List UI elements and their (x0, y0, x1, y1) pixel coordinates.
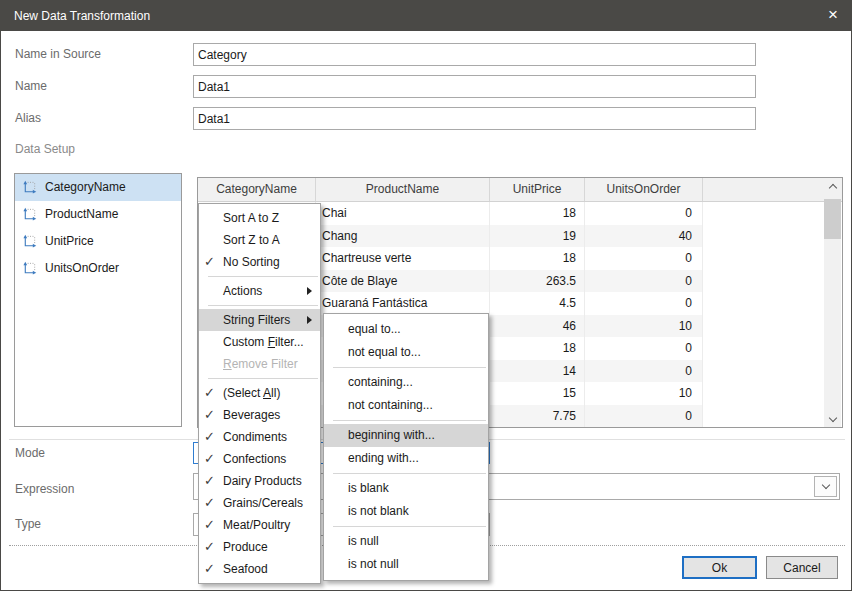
menu-item-sort-a-to-z[interactable]: Sort A to Z (199, 207, 320, 229)
menu-item-label: Beverages (223, 408, 280, 422)
grid-cell: 0 (585, 292, 703, 315)
menu-item-containing[interactable]: containing... (324, 371, 488, 394)
grid-cell: 0 (585, 360, 703, 383)
grid-cell: Chartreuse verte (316, 247, 490, 270)
menu-item-label: containing... (348, 375, 413, 389)
menu-item-label: Custom Filter... (223, 335, 304, 349)
grid-cell: 46 (490, 315, 585, 338)
checkmark-icon: ✓ (204, 382, 220, 404)
menu-item-equal-to[interactable]: equal to... (324, 318, 488, 341)
name-input[interactable] (193, 75, 756, 98)
menu-item-label: No Sorting (223, 255, 280, 269)
menu-item-beverages[interactable]: ✓Beverages (199, 404, 320, 426)
alias-label: Alias (15, 111, 41, 125)
menu-item-condiments[interactable]: ✓Condiments (199, 426, 320, 448)
field-list-item-categoryname[interactable]: CategoryName (15, 174, 181, 201)
type-label: Type (15, 517, 41, 531)
menu-item-label: is null (348, 534, 379, 548)
menu-item-label: Seafood (223, 562, 268, 576)
menu-item-label: Dairy Products (223, 474, 302, 488)
scroll-up-icon[interactable] (824, 178, 841, 195)
menu-item-label: Remove Filter (223, 357, 298, 371)
grid-cell: 18 (490, 202, 585, 225)
grid-vertical-scrollbar[interactable] (824, 178, 841, 427)
grid-cell: 0 (585, 337, 703, 360)
menu-item-label: Meat/Poultry (223, 518, 290, 532)
ok-button[interactable]: Ok (682, 556, 757, 579)
column-header-categoryname[interactable]: CategoryName (198, 178, 316, 201)
expression-dropdown-button[interactable] (814, 476, 837, 497)
menu-item-label: Condiments (223, 430, 287, 444)
new-data-transformation-dialog: New Data Transformation × Name in Source… (0, 0, 852, 591)
submenu-arrow-icon (307, 316, 312, 324)
menu-item-label: Produce (223, 540, 268, 554)
checkmark-icon: ✓ (204, 426, 220, 448)
menu-item-label: is not blank (348, 504, 409, 518)
field-list-item-label: ProductName (45, 207, 118, 221)
dialog-title: New Data Transformation (14, 1, 150, 31)
grid-cell: 0 (585, 202, 703, 225)
menu-item-label: Grains/Cereals (223, 496, 303, 510)
menu-item-label: is not null (348, 557, 399, 571)
grid-cell: Chai (316, 202, 490, 225)
column-header-unitprice[interactable]: UnitPrice (490, 178, 585, 201)
menu-item-confections[interactable]: ✓Confections (199, 448, 320, 470)
menu-item-label: Confections (223, 452, 286, 466)
name-in-source-label: Name in Source (15, 47, 101, 61)
menu-item-actions[interactable]: Actions (199, 280, 320, 302)
menu-item-select-all[interactable]: ✓(Select All) (199, 382, 320, 404)
field-list-item-label: UnitPrice (45, 234, 94, 248)
grid-cell: 0 (585, 247, 703, 270)
close-icon[interactable]: × (815, 1, 851, 31)
grid-cell: 0 (585, 270, 703, 293)
string-filters-submenu: equal to...not equal to...containing...n… (323, 313, 489, 581)
menu-item-is-not-blank[interactable]: is not blank (324, 500, 488, 523)
menu-item-sort-z-to-a[interactable]: Sort Z to A (199, 229, 320, 251)
grid-cell: 15 (490, 382, 585, 405)
name-label: Name (15, 79, 47, 93)
grid-cell: 10 (585, 382, 703, 405)
menu-item-label: beginning with... (348, 428, 435, 442)
menu-item-dairy-products[interactable]: ✓Dairy Products (199, 470, 320, 492)
grid-cell: Chang (316, 225, 490, 248)
name-in-source-input[interactable] (193, 43, 756, 66)
menu-item-remove-filter: Remove Filter (199, 353, 320, 375)
column-header-unitsonorder[interactable]: UnitsOnOrder (585, 178, 703, 201)
menu-item-ending-with[interactable]: ending with... (324, 447, 488, 470)
menu-item-beginning-with[interactable]: beginning with... (324, 424, 488, 447)
field-list-item-label: UnitsOnOrder (45, 261, 119, 275)
column-header-productname[interactable]: ProductName (316, 178, 490, 201)
menu-item-seafood[interactable]: ✓Seafood (199, 558, 320, 580)
cancel-button[interactable]: Cancel (766, 556, 838, 579)
menu-item-not-equal-to[interactable]: not equal to... (324, 341, 488, 364)
menu-item-label: is blank (348, 481, 389, 495)
field-list-item-productname[interactable]: ProductName (15, 201, 181, 228)
menu-item-label: equal to... (348, 322, 401, 336)
menu-item-no-sorting[interactable]: ✓No Sorting (199, 251, 320, 273)
alias-input[interactable] (193, 107, 756, 130)
menu-item-is-null[interactable]: is null (324, 530, 488, 553)
menu-item-produce[interactable]: ✓Produce (199, 536, 320, 558)
data-setup-section-label: Data Setup (15, 142, 75, 156)
menu-item-is-not-null[interactable]: is not null (324, 553, 488, 576)
field-list-item-unitprice[interactable]: UnitPrice (15, 228, 181, 255)
menu-item-label: not equal to... (348, 345, 421, 359)
grid-cell: 4.5 (490, 292, 585, 315)
menu-item-label: Sort A to Z (223, 211, 279, 225)
checkmark-icon: ✓ (204, 404, 220, 426)
scrollbar-thumb[interactable] (824, 199, 841, 239)
menu-item-meat-poultry[interactable]: ✓Meat/Poultry (199, 514, 320, 536)
menu-item-string-filters[interactable]: String Filters (199, 309, 320, 331)
menu-item-custom-filter[interactable]: Custom Filter... (199, 331, 320, 353)
menu-separator (333, 367, 486, 368)
scroll-down-icon[interactable] (824, 410, 841, 427)
grid-cell: Guaraná Fantástica (316, 292, 490, 315)
menu-separator (208, 276, 318, 277)
menu-item-is-blank[interactable]: is blank (324, 477, 488, 500)
menu-item-grains-cereals[interactable]: ✓Grains/Cereals (199, 492, 320, 514)
field-list-item-unitsonorder[interactable]: UnitsOnOrder (15, 255, 181, 282)
menu-item-not-containing[interactable]: not containing... (324, 394, 488, 417)
title-bar: New Data Transformation × (1, 1, 851, 31)
menu-item-label: (Select All) (223, 386, 280, 400)
checkmark-icon: ✓ (204, 514, 220, 536)
